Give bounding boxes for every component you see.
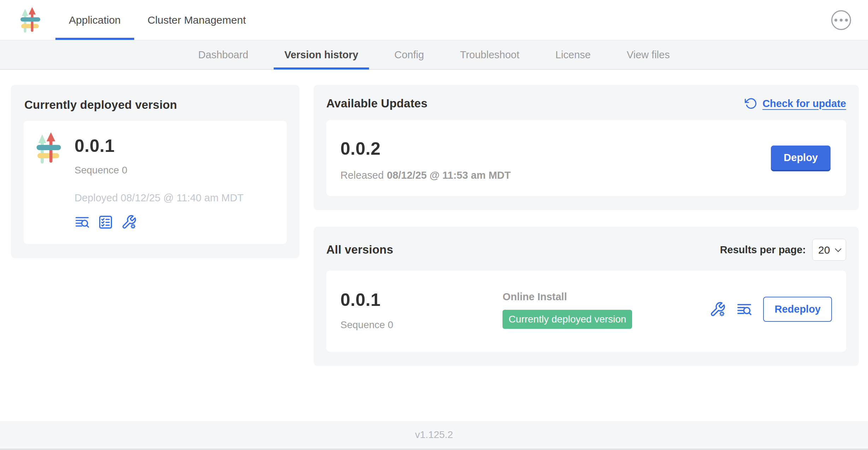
install-type: Online Install (503, 291, 709, 303)
subnav-view-files-label: View files (627, 49, 670, 61)
app-logo (19, 0, 41, 40)
right-column: Available Updates Check for update 0.0.2… (314, 85, 859, 366)
diff-icon[interactable] (736, 301, 753, 318)
row-sequence: Sequence 0 (340, 319, 503, 331)
subnav-dashboard[interactable]: Dashboard (188, 40, 259, 69)
diff-icon[interactable] (75, 214, 90, 230)
kots-version: v1.125.2 (415, 429, 453, 440)
update-released-timestamp: Released08/12/25 @ 11:53 am MDT (340, 170, 511, 181)
check-for-update-label: Check for update (762, 98, 846, 109)
subnav-config-label: Config (394, 49, 424, 61)
main-content: Currently deployed version 0.0.1 Sequenc… (0, 70, 868, 421)
top-nav: Application Cluster Management (0, 0, 868, 40)
config-wrench-icon[interactable] (121, 214, 137, 230)
deployed-timestamp: Deployed 08/12/25 @ 11:40 am MDT (75, 192, 244, 204)
results-per-page: Results per page: 20 (720, 239, 846, 261)
app-subnav: Dashboard Version history Config Trouble… (0, 40, 868, 70)
subnav-version-history[interactable]: Version history (274, 40, 369, 69)
deployed-version-number: 0.0.1 (75, 136, 244, 156)
released-prefix: Released (340, 170, 384, 181)
app-logo-icon (19, 6, 41, 34)
app-logo-icon (36, 131, 62, 165)
deployed-version-panel: 0.0.1 Sequence 0 Deployed 08/12/25 @ 11:… (24, 121, 287, 244)
released-date: 08/12/25 @ 11:53 am MDT (387, 170, 511, 181)
subnav-license-label: License (555, 49, 591, 61)
all-versions-title: All versions (326, 243, 393, 256)
tab-application-label: Application (69, 14, 121, 26)
update-version-number: 0.0.2 (340, 138, 511, 159)
row-version-number: 0.0.1 (340, 290, 503, 310)
check-for-update-link[interactable]: Check for update (745, 97, 846, 110)
all-versions-card: All versions Results per page: 20 0.0.1 … (314, 227, 859, 366)
subnav-troubleshoot[interactable]: Troubleshoot (450, 40, 530, 69)
preflight-checklist-icon[interactable] (98, 214, 113, 230)
deployed-card-title: Currently deployed version (24, 98, 287, 112)
version-row: 0.0.1 Sequence 0 Online Install Currentl… (326, 271, 846, 352)
tab-cluster-management[interactable]: Cluster Management (134, 0, 259, 40)
app-footer: v1.125.2 (0, 421, 868, 450)
subnav-view-files[interactable]: View files (616, 40, 680, 69)
subnav-config[interactable]: Config (384, 40, 435, 69)
subnav-license[interactable]: License (545, 40, 601, 69)
results-per-page-select[interactable]: 20 (812, 239, 846, 261)
update-row: 0.0.2 Released08/12/25 @ 11:53 am MDT De… (326, 120, 846, 196)
currently-deployed-card: Currently deployed version 0.0.1 Sequenc… (11, 85, 299, 258)
refresh-ccw-icon[interactable] (745, 97, 757, 110)
results-per-page-label: Results per page: (720, 244, 806, 256)
currently-deployed-badge: Currently deployed version (503, 310, 632, 329)
tab-cluster-management-label: Cluster Management (148, 14, 246, 26)
deployed-sequence: Sequence 0 (75, 165, 244, 176)
ellipsis-menu-icon[interactable] (831, 10, 851, 30)
available-updates-title: Available Updates (326, 97, 427, 110)
deploy-button[interactable]: Deploy (771, 146, 831, 170)
available-updates-card: Available Updates Check for update 0.0.2… (314, 85, 859, 210)
subnav-version-history-label: Version history (284, 49, 358, 61)
deployed-actions (75, 214, 244, 230)
redeploy-button[interactable]: Redeploy (763, 297, 832, 322)
config-wrench-icon[interactable] (709, 301, 726, 318)
subnav-dashboard-label: Dashboard (198, 49, 248, 61)
tab-application[interactable]: Application (55, 0, 134, 40)
subnav-troubleshoot-label: Troubleshoot (460, 49, 519, 61)
